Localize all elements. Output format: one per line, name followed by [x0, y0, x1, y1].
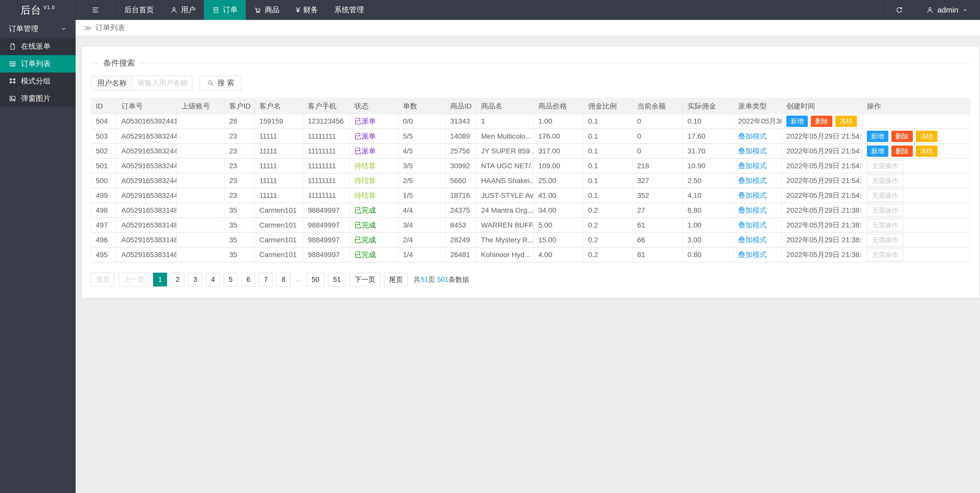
cell-dispatch-type[interactable]: 叠加模式 [733, 233, 782, 247]
cell-dispatch-type[interactable]: 叠加模式 [733, 173, 782, 188]
search-icon [207, 79, 214, 87]
nav-item-users[interactable]: 用户 [162, 0, 204, 20]
cell-created-at[interactable]: 新增删除冻结 [782, 114, 862, 129]
chevron-up-icon [962, 6, 969, 13]
cell-dispatch-type[interactable]: 叠加模式 [733, 203, 782, 218]
page-4-button[interactable]: 4 [206, 273, 220, 287]
freeze-button[interactable]: 冻结 [835, 116, 857, 127]
delete-button[interactable]: 删除 [891, 131, 913, 142]
cell-status: 已完成 [350, 233, 398, 247]
add-button[interactable]: 新增 [867, 131, 888, 142]
nav-item-label: 订单 [223, 5, 238, 15]
hamburger-icon[interactable] [76, 0, 116, 20]
sidebar-item-online-dispatch[interactable]: 在线派单 [0, 38, 76, 55]
cell-product-price: 5.00 [534, 218, 584, 233]
page-6-button[interactable]: 6 [241, 273, 255, 287]
cell-operation[interactable]: 新增删除冻结 [862, 144, 970, 159]
cell-order-no: A05301653924416221 [117, 114, 177, 129]
cell-parent-account [177, 159, 224, 173]
cell-dispatch-type[interactable]: 叠加模式 [733, 188, 782, 203]
cell-customer-name: 11111 [255, 144, 303, 159]
refresh-icon[interactable] [884, 0, 915, 20]
nav-item-home[interactable]: 后台首页 [116, 0, 162, 20]
pagination-summary: 共51页 501条数据 [414, 275, 469, 284]
cell-product-price: 25.00 [534, 173, 584, 188]
column-header: 状态 [350, 98, 398, 114]
sidebar-item-label: 模式分组 [21, 76, 51, 86]
cell-dispatch-type[interactable]: 叠加模式 [733, 159, 782, 173]
cell-dispatch-type[interactable]: 叠加模式 [733, 144, 782, 159]
dispatch-type-link[interactable]: 叠加模式 [738, 177, 767, 185]
cell-created-at: 2022年05月29日 21:54:01 [782, 188, 862, 203]
page-2-button[interactable]: 2 [171, 273, 185, 287]
freeze-button[interactable]: 冻结 [916, 131, 937, 142]
freeze-button[interactable]: 冻结 [916, 146, 937, 157]
cell-actual-commission: 0.10 [683, 114, 733, 129]
username-input[interactable] [132, 76, 192, 90]
cell-commission-rate: 0.1 [584, 173, 633, 188]
page-5-button[interactable]: 5 [224, 273, 238, 287]
user-menu[interactable]: admin [915, 0, 980, 20]
table-row: 495A0529165383148395735Carmen10198849997… [91, 247, 970, 262]
cell-count: 4/5 [398, 144, 445, 159]
cell-customer-phone: 98849997 [303, 218, 350, 233]
nav-item-system[interactable]: 系统管理 [326, 0, 372, 20]
no-operation-button: 无需操作 [867, 219, 904, 231]
page-3-button[interactable]: 3 [188, 273, 202, 287]
cell-order-no: A05291653832442992 [117, 144, 177, 159]
dispatch-type-link[interactable]: 叠加模式 [738, 162, 767, 170]
dispatch-type-link[interactable]: 叠加模式 [738, 206, 767, 214]
delete-button[interactable]: 删除 [811, 116, 832, 127]
cell-commission-rate: 0.2 [584, 233, 633, 247]
sidebar-item-popup-image[interactable]: 弹窗图片 [0, 90, 76, 107]
dispatch-type-link[interactable]: 叠加模式 [738, 147, 767, 155]
cell-order-no: A05291653831483478 [117, 233, 177, 247]
sidebar-item-order-list[interactable]: 订单列表 [0, 55, 76, 73]
page-7-button[interactable]: 7 [259, 273, 273, 287]
dispatch-type-link[interactable]: 叠加模式 [738, 221, 767, 229]
cell-customer-id: 35 [224, 203, 255, 218]
dispatch-type-link[interactable]: 叠加模式 [738, 236, 767, 244]
cell-product-price: 317.00 [534, 144, 584, 159]
dispatch-type-link[interactable]: 叠加模式 [738, 251, 767, 258]
add-button[interactable]: 新增 [867, 146, 888, 157]
nav-item-products[interactable]: 商品 [246, 0, 288, 20]
page-50-button[interactable]: 50 [307, 273, 325, 287]
total-pages: 51 [420, 276, 428, 284]
image-icon [9, 95, 16, 102]
page-8-button[interactable]: 8 [277, 273, 291, 287]
cell-count: 3/5 [398, 159, 445, 173]
user-name: admin [937, 6, 958, 14]
cell-current-balance: 327 [633, 173, 683, 188]
nav-item-orders[interactable]: 订单 [204, 0, 246, 20]
cell-operation[interactable]: 新增删除冻结 [862, 129, 970, 144]
page-51-button[interactable]: 51 [328, 273, 346, 287]
delete-button[interactable]: 删除 [891, 146, 913, 157]
add-button[interactable]: 新增 [786, 116, 808, 127]
cell-id: 504 [91, 114, 117, 129]
cell-customer-id: 35 [224, 247, 255, 262]
cell-customer-id: 23 [224, 159, 255, 173]
cell-product-price: 109.00 [534, 159, 584, 173]
search-legend: 条件搜索 [99, 58, 140, 68]
search-button[interactable]: 搜 索 [199, 76, 242, 90]
cell-dispatch-type[interactable]: 叠加模式 [733, 247, 782, 262]
dispatch-type-link[interactable]: 叠加模式 [738, 192, 767, 200]
sidebar-item-mode-group[interactable]: 模式分组 [0, 73, 76, 90]
dispatch-type-link[interactable]: 叠加模式 [738, 132, 767, 140]
sidebar-section-order-management[interactable]: 订单管理 [0, 20, 76, 38]
table-row: 497A0529165383148320435Carmen10198849997… [91, 218, 970, 233]
cell-customer-name: 11111 [255, 159, 303, 173]
page-1-button[interactable]: 1 [153, 273, 167, 287]
cell-status: 已完成 [350, 203, 398, 218]
last-page-button[interactable]: 尾页 [384, 273, 408, 287]
cell-dispatch-type[interactable]: 叠加模式 [733, 218, 782, 233]
cell-operation [862, 114, 970, 129]
cell-order-no: A05291653832442494 [117, 173, 177, 188]
next-page-button[interactable]: 下一页 [350, 273, 380, 287]
cell-status: 待结算 [350, 188, 398, 203]
cell-dispatch-type[interactable]: 叠加模式 [733, 129, 782, 144]
cell-count: 2/5 [398, 173, 445, 188]
nav-item-finance[interactable]: ¥财务 [288, 0, 326, 20]
table-header-row: ID订单号上级账号客户ID客户名客户手机状态单数商品ID商品名商品价格佣金比例当… [91, 98, 970, 114]
